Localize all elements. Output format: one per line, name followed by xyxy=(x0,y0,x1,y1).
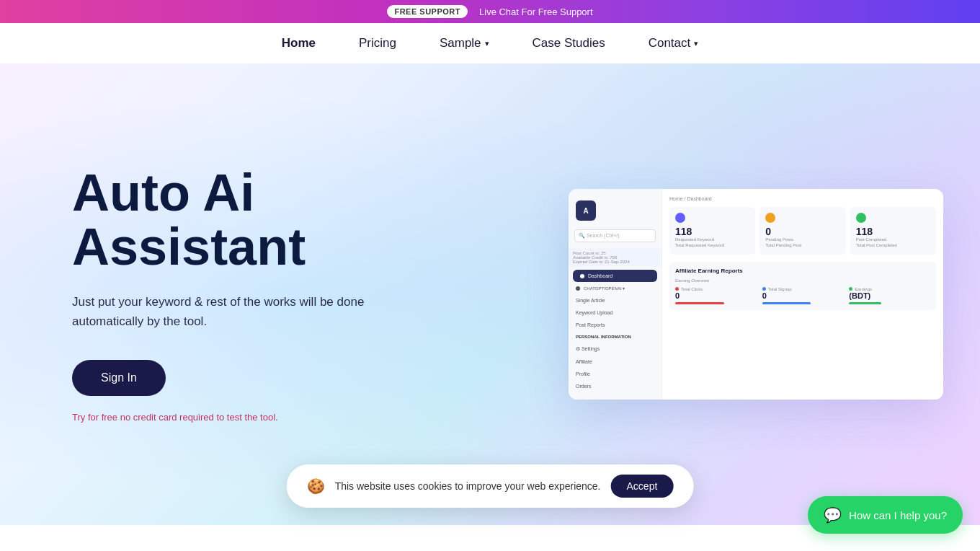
top-banner: FREE SUPPORT Live Chat For Free Support xyxy=(0,0,980,23)
cookie-icon: 🍪 xyxy=(307,477,325,495)
sidebar-item-keyword-upload[interactable]: Keyword Upload xyxy=(569,307,662,319)
stat-box: Post Count is: 25 Available Credit is: 7… xyxy=(569,248,662,267)
earn-dot-0 xyxy=(675,287,679,291)
card-icon-2 xyxy=(856,213,866,223)
earning-section: Affiliate Earning Reports Earning Overvi… xyxy=(669,262,936,310)
earn-dot-1 xyxy=(762,287,766,291)
dashboard-cards: 118 Requested KeywordTotal Requested Key… xyxy=(669,207,936,255)
earn-bar-2 xyxy=(849,302,881,304)
sidebar-item-single-article[interactable]: Single Article xyxy=(569,294,662,307)
dashboard-dot-icon xyxy=(580,274,584,278)
nav-pricing[interactable]: Pricing xyxy=(359,36,396,50)
earn-bar-0 xyxy=(675,302,724,304)
cookie-text: This website uses cookies to improve you… xyxy=(335,480,601,492)
card-icon-1 xyxy=(765,213,775,223)
navbar: Home Pricing Sample ▾ Case Studies Conta… xyxy=(0,23,980,63)
earn-bar-1 xyxy=(762,302,811,304)
hero-subtitle: Just put your keyword & rest of the work… xyxy=(72,292,432,331)
dashboard-card-1: 0 Pending PostsTotal Pending Post xyxy=(760,207,845,255)
free-note: Try for free no credit card required to … xyxy=(72,412,540,423)
dashboard-logo: A xyxy=(576,200,596,221)
hero-right: A 🔍 Search (Ctrl+/) Post Count is: 25 Av… xyxy=(540,189,943,400)
cookie-banner: 🍪 This website uses cookies to improve y… xyxy=(287,464,694,508)
sidebar-item-chatgpt[interactable]: CHATGPT/OPENAI ▾ xyxy=(569,282,662,294)
sidebar-item-orders[interactable]: Orders xyxy=(569,380,662,392)
chatgpt-dot-icon xyxy=(576,286,580,291)
nav-contact[interactable]: Contact ▾ xyxy=(649,36,699,50)
sidebar-item-personal-info: PERSONAL INFORMATION xyxy=(569,331,662,343)
dashboard-card-0: 118 Requested KeywordTotal Requested Key… xyxy=(669,207,755,255)
sidebar-item-profile[interactable]: Profile xyxy=(569,368,662,380)
dashboard-card-2: 118 Post CompletedTotal Post Completed xyxy=(850,207,936,255)
earn-col-1: Total Signup 0 xyxy=(762,287,844,304)
free-support-badge: FREE SUPPORT xyxy=(387,5,468,18)
sidebar-item-affiliate[interactable]: Affiliate xyxy=(569,356,662,368)
sidebar-item-post-reports[interactable]: Post Reports xyxy=(569,319,662,331)
nav-case-studies[interactable]: Case Studies xyxy=(533,36,605,50)
earn-col-0: Total Clicks 0 xyxy=(675,287,757,304)
whatsapp-label: How can I help you? xyxy=(849,509,947,521)
dashboard-sidebar: A 🔍 Search (Ctrl+/) Post Count is: 25 Av… xyxy=(569,189,662,400)
dashboard-search[interactable]: 🔍 Search (Ctrl+/) xyxy=(574,229,656,242)
card-icon-0 xyxy=(675,213,685,223)
whatsapp-chat-button[interactable]: 💬 How can I help you? xyxy=(808,496,963,525)
banner-text: Live Chat For Free Support xyxy=(479,6,593,17)
sample-chevron-icon: ▾ xyxy=(485,39,489,48)
dashboard-main: Home / Dashboard 118 Requested KeywordTo… xyxy=(662,189,943,400)
nav-sample[interactable]: Sample ▾ xyxy=(440,36,489,50)
whatsapp-icon: 💬 xyxy=(824,506,842,524)
nav-home[interactable]: Home xyxy=(282,36,316,50)
earn-col-2: Earnings (BDT) xyxy=(849,287,930,304)
contact-chevron-icon: ▾ xyxy=(694,39,698,48)
hero-section: Auto Ai Assistant Just put your keyword … xyxy=(0,63,980,525)
sign-in-button[interactable]: Sign In xyxy=(72,360,166,396)
hero-title: Auto Ai Assistant xyxy=(72,166,540,275)
sidebar-item-dashboard[interactable]: Dashboard xyxy=(573,270,657,282)
dashboard-breadcrumb: Home / Dashboard xyxy=(669,196,936,201)
accept-button[interactable]: Accept xyxy=(611,475,674,498)
hero-left: Auto Ai Assistant Just put your keyword … xyxy=(72,166,540,423)
earning-cols: Total Clicks 0 Total Signup 0 xyxy=(675,287,930,304)
dashboard-preview: A 🔍 Search (Ctrl+/) Post Count is: 25 Av… xyxy=(569,189,943,400)
sidebar-item-settings[interactable]: ⚙ Settings xyxy=(569,343,662,356)
earn-dot-2 xyxy=(849,287,852,291)
